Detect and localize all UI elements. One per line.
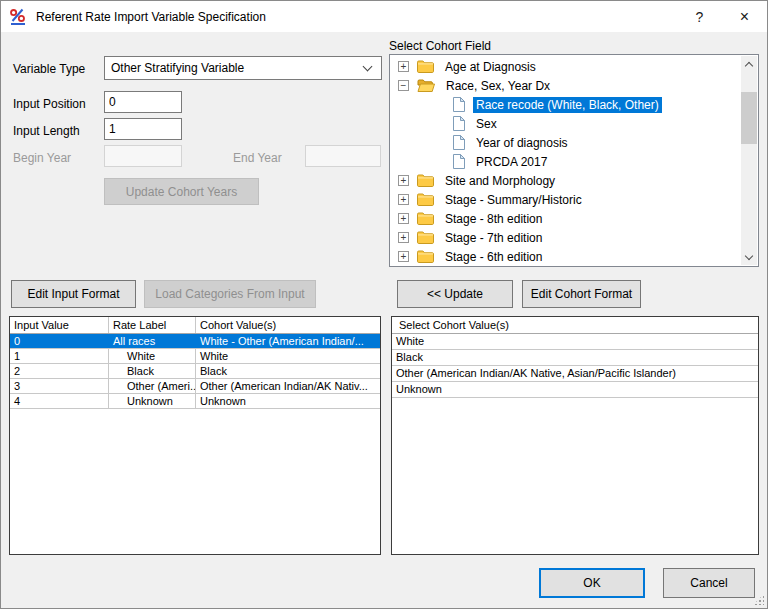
scroll-down-icon[interactable]	[741, 249, 757, 265]
end-year-label: End Year	[233, 151, 282, 165]
variable-type-value: Other Stratifying Variable	[111, 61, 364, 75]
table-cell: Black	[109, 364, 196, 378]
table-row[interactable]: 4UnknownUnknown	[10, 394, 380, 409]
tree-item[interactable]: −Race, Sex, Year Dx	[390, 76, 741, 95]
collapse-toggle-icon[interactable]: −	[398, 80, 409, 91]
input-length-field[interactable]	[104, 118, 182, 140]
help-button[interactable]: ?	[677, 1, 722, 32]
table-row[interactable]: 0All racesWhite - Other (American Indian…	[10, 334, 380, 349]
table-cell: 2	[10, 364, 109, 378]
load-categories-from-input-button: Load Categories From Input	[144, 280, 316, 308]
table-cell: Unknown	[109, 394, 196, 408]
expand-toggle-icon[interactable]: +	[398, 175, 409, 186]
title-bar: Referent Rate Import Variable Specificat…	[1, 1, 767, 32]
update-button[interactable]: << Update	[397, 280, 513, 308]
tree-item[interactable]: Sex	[390, 114, 741, 133]
close-button[interactable]: ×	[722, 1, 767, 32]
folder-closed-icon	[417, 250, 434, 263]
scrollbar-thumb[interactable]	[741, 92, 757, 144]
folder-closed-icon	[417, 174, 434, 187]
expand-toggle-icon[interactable]: +	[398, 232, 409, 243]
document-icon	[453, 97, 465, 112]
dialog-body: Variable Type Other Stratifying Variable…	[1, 32, 767, 608]
tree-item-label: Stage - 6th edition	[442, 249, 545, 265]
dialog-window: Referent Rate Import Variable Specificat…	[0, 0, 768, 609]
tree-item[interactable]: +Site and Morphology	[390, 171, 741, 190]
document-icon	[453, 135, 465, 150]
tree-item-label: Year of diagnosis	[473, 135, 571, 151]
folder-closed-icon	[417, 212, 434, 225]
table-cell: Unknown	[196, 394, 380, 408]
tree-item-label: PRCDA 2017	[473, 154, 550, 170]
tree-item[interactable]: +Stage - 6th edition	[390, 247, 741, 266]
input-length-label: Input Length	[13, 124, 80, 138]
tree-item[interactable]: +Stage - 8th edition	[390, 209, 741, 228]
tree-item[interactable]: Race recode (White, Black, Other)	[390, 95, 741, 114]
list-header: Select Cohort Value(s)	[392, 317, 758, 334]
expand-toggle-icon[interactable]: +	[398, 213, 409, 224]
expand-toggle-icon[interactable]: +	[398, 251, 409, 262]
tree-item-label: Age at Diagnosis	[442, 59, 539, 75]
edit-input-format-button[interactable]: Edit Input Format	[11, 280, 136, 308]
table-cell: All races	[109, 334, 196, 348]
tree-item-label: Stage - Summary/Historic	[442, 192, 585, 208]
tree-item-label: Race recode (White, Black, Other)	[473, 97, 662, 113]
tree-item-label: Race, Sex, Year Dx	[443, 78, 553, 94]
begin-year-label: Begin Year	[13, 151, 71, 165]
table-cell: 0	[10, 334, 109, 348]
input-position-field[interactable]	[104, 91, 182, 113]
chevron-down-icon	[363, 62, 373, 72]
tree-item[interactable]: PRCDA 2017	[390, 152, 741, 171]
tree-scrollbar[interactable]	[741, 56, 757, 265]
list-item[interactable]: White	[392, 334, 758, 350]
table-cell: White	[109, 349, 196, 363]
tree-item[interactable]: Year of diagnosis	[390, 133, 741, 152]
tree-item-label: Stage - 7th edition	[442, 230, 545, 246]
tree-item[interactable]: +Stage - Summary/Historic	[390, 190, 741, 209]
folder-closed-icon	[417, 60, 434, 73]
tree-item-label: Site and Morphology	[442, 173, 558, 189]
folder-open-icon	[417, 79, 435, 92]
table-cell: 1	[10, 349, 109, 363]
cohort-field-tree: +Age at Diagnosis−Race, Sex, Year DxRace…	[389, 54, 759, 267]
column-header[interactable]: Cohort Value(s)	[196, 317, 380, 333]
list-item[interactable]: Other (American Indian/AK Native, Asian/…	[392, 366, 758, 382]
column-header[interactable]: Input Value	[10, 317, 109, 333]
table-header-row: Input Value Rate Label Cohort Value(s)	[10, 317, 380, 334]
begin-year-field	[104, 145, 182, 167]
select-cohort-field-label: Select Cohort Field	[389, 39, 491, 53]
table-row[interactable]: 1WhiteWhite	[10, 349, 380, 364]
app-rate-icon	[9, 8, 27, 26]
cohort-values-list: Select Cohort Value(s) WhiteBlackOther (…	[391, 316, 759, 555]
scroll-up-icon[interactable]	[741, 56, 757, 72]
table-row[interactable]: 3Other (Ameri...Other (American Indian/A…	[10, 379, 380, 394]
ok-button[interactable]: OK	[539, 568, 645, 598]
folder-closed-icon	[417, 193, 434, 206]
tree-item[interactable]: +Age at Diagnosis	[390, 57, 741, 76]
tree-item[interactable]: +Stage - 7th edition	[390, 228, 741, 247]
input-values-table: Input Value Rate Label Cohort Value(s) 0…	[9, 316, 381, 555]
folder-closed-icon	[417, 231, 434, 244]
cancel-button[interactable]: Cancel	[663, 568, 755, 598]
variable-type-dropdown[interactable]: Other Stratifying Variable	[104, 56, 382, 80]
expand-toggle-icon[interactable]: +	[398, 61, 409, 72]
table-cell: 4	[10, 394, 109, 408]
table-cell: White - Other (American Indian/...	[196, 334, 380, 348]
table-cell: Other (American Indian/AK Nativ...	[196, 379, 380, 393]
document-icon	[453, 116, 465, 131]
window-title: Referent Rate Import Variable Specificat…	[36, 10, 677, 24]
expand-toggle-icon[interactable]: +	[398, 194, 409, 205]
table-cell: White	[196, 349, 380, 363]
update-cohort-years-button: Update Cohort Years	[104, 178, 259, 205]
tree-item-label: Stage - 8th edition	[442, 211, 545, 227]
list-item[interactable]: Black	[392, 350, 758, 366]
list-item[interactable]: Unknown	[392, 382, 758, 398]
table-cell: 3	[10, 379, 109, 393]
table-row[interactable]: 2BlackBlack	[10, 364, 380, 379]
input-position-label: Input Position	[13, 97, 86, 111]
table-cell: Other (Ameri...	[109, 379, 196, 393]
column-header[interactable]: Rate Label	[109, 317, 196, 333]
tree-item-label: Sex	[473, 116, 500, 132]
variable-type-label: Variable Type	[13, 62, 85, 76]
edit-cohort-format-button[interactable]: Edit Cohort Format	[522, 280, 641, 308]
